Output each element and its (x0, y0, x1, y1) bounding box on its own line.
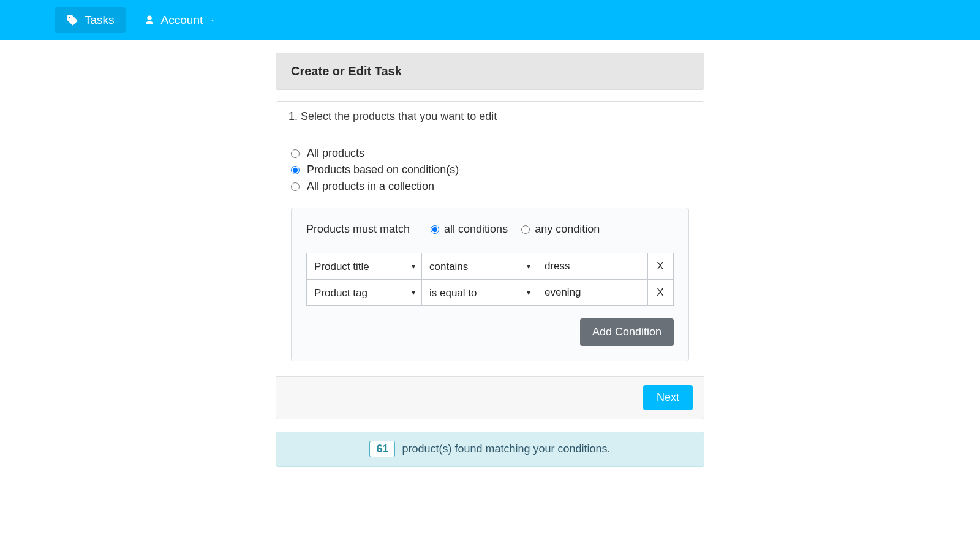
condition-operator-select[interactable]: is equal to (422, 280, 537, 305)
panel-header: Create or Edit Task (276, 53, 704, 90)
step-panel: 1. Select the products that you want to … (276, 101, 704, 419)
radio-match-all-label[interactable]: all conditions (444, 223, 508, 236)
condition-field-select[interactable]: Product tag (307, 280, 421, 305)
remove-condition-button[interactable]: X (648, 253, 673, 279)
add-condition-button[interactable]: Add Condition (580, 318, 674, 346)
step-header: 1. Select the products that you want to … (276, 102, 704, 132)
user-icon (144, 15, 155, 26)
results-text: product(s) found matching your condition… (402, 443, 610, 455)
radio-all-products[interactable] (291, 149, 300, 158)
results-count: 61 (369, 441, 395, 457)
nav-tasks-label: Tasks (85, 13, 115, 27)
page-title: Create or Edit Task (291, 64, 689, 78)
condition-field-select[interactable]: Product title (307, 253, 421, 279)
radio-conditions-label[interactable]: Products based on condition(s) (307, 163, 459, 176)
radio-match-all[interactable] (431, 225, 439, 234)
nav-account-label: Account (161, 13, 203, 27)
radio-collection-label[interactable]: All products in a collection (307, 180, 434, 193)
caret-down-icon (209, 17, 216, 24)
navbar: Tasks Account (0, 0, 980, 40)
condition-operator-select[interactable]: contains (422, 253, 537, 279)
remove-condition-button[interactable]: X (648, 280, 673, 305)
radio-match-any-label[interactable]: any condition (535, 223, 600, 236)
condition-value-input[interactable] (537, 253, 647, 279)
match-label: Products must match (306, 223, 410, 236)
condition-row: Product tag is equal to (307, 280, 674, 306)
conditions-box: Products must match all conditions any c… (291, 208, 689, 361)
radio-collection[interactable] (291, 182, 300, 191)
step-title: 1. Select the products that you want to … (288, 110, 692, 123)
condition-value-input[interactable] (537, 280, 647, 305)
nav-tasks[interactable]: Tasks (55, 7, 126, 33)
tag-icon (66, 14, 78, 26)
panel-footer: Next (276, 376, 704, 419)
radio-conditions[interactable] (291, 166, 300, 174)
results-info: 61 product(s) found matching your condit… (276, 432, 704, 467)
next-button[interactable]: Next (643, 385, 693, 410)
condition-row: Product title contains (307, 253, 674, 280)
radio-all-products-label[interactable]: All products (307, 147, 364, 160)
nav-account[interactable]: Account (133, 7, 228, 33)
conditions-table: Product title contains (306, 253, 674, 306)
radio-match-any[interactable] (521, 225, 530, 234)
